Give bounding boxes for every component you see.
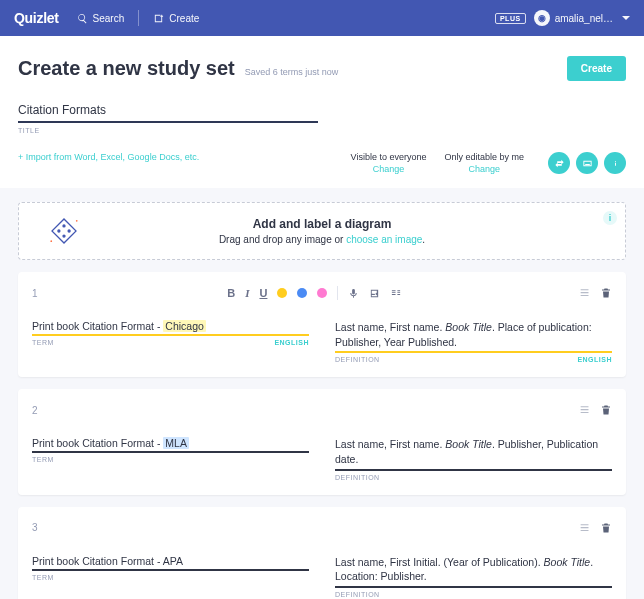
create-nav[interactable]: Create — [153, 13, 199, 24]
color-yellow[interactable] — [277, 288, 287, 298]
color-pink[interactable] — [317, 288, 327, 298]
term-highlight: APA — [163, 555, 183, 567]
brand-logo[interactable]: Quizlet — [14, 10, 59, 26]
image-icon[interactable] — [369, 288, 380, 299]
diagram-icon — [47, 214, 81, 248]
chevron-down-icon — [622, 16, 630, 24]
trash-icon[interactable] — [600, 287, 612, 299]
svg-point-6 — [76, 220, 78, 222]
search-nav[interactable]: Search — [77, 13, 125, 24]
term-card: 1 B I U ≡ Pr — [18, 272, 626, 377]
term-highlight: MLA — [163, 437, 189, 449]
swap-button[interactable] — [548, 152, 570, 174]
bold-button[interactable]: B — [227, 287, 235, 299]
page-header: Create a new study set Saved 6 terms jus… — [0, 36, 644, 188]
create-button[interactable]: Create — [567, 56, 626, 81]
keyboard-button[interactable] — [576, 152, 598, 174]
saved-status: Saved 6 terms just now — [245, 67, 339, 77]
italic-button[interactable]: I — [245, 287, 249, 299]
diagram-headline: Add and label a diagram — [219, 217, 425, 231]
plus-badge: PLUS — [495, 13, 526, 24]
color-blue[interactable] — [297, 288, 307, 298]
svg-rect-0 — [52, 219, 76, 243]
trash-icon[interactable] — [600, 522, 612, 534]
top-nav: Quizlet Search Create PLUS ◉ amalia_nel… — [0, 0, 644, 36]
drag-handle-icon[interactable]: ≡ — [580, 284, 590, 302]
term-input[interactable]: Print book Citation Format - MLA — [32, 435, 309, 453]
svg-point-4 — [63, 235, 65, 237]
definition-label: DEFINITION — [335, 474, 380, 481]
choose-image-link[interactable]: choose an image — [346, 234, 422, 245]
definition-label: DEFINITION — [335, 591, 380, 598]
term-label: TERM — [32, 574, 54, 581]
editable-setting: Only editable by me Change — [444, 152, 524, 174]
username: amalia_nel… — [555, 13, 613, 24]
term-label: TERM — [32, 339, 54, 346]
set-title-label: TITLE — [18, 127, 318, 134]
term-language[interactable]: ENGLISH — [274, 339, 309, 346]
diagram-subtext: Drag and drop any image or choose an ima… — [219, 234, 425, 245]
more-options-icon[interactable] — [390, 288, 402, 299]
svg-point-2 — [58, 230, 60, 232]
svg-point-1 — [63, 225, 65, 227]
card-number: 1 — [32, 288, 50, 299]
drag-handle-icon[interactable]: ≡ — [580, 401, 590, 419]
set-title-input[interactable] — [18, 99, 318, 123]
term-label: TERM — [32, 456, 54, 463]
definition-input[interactable]: Last name, First Initial. (Year of Publi… — [335, 553, 612, 588]
diagram-dropzone[interactable]: i Add and label a diagram Drag and drop … — [18, 202, 626, 260]
visibility-setting: Visible to everyone Change — [351, 152, 427, 174]
mic-icon[interactable] — [348, 288, 359, 299]
format-toolbar: B I U — [50, 286, 580, 300]
definition-label: DEFINITION — [335, 356, 380, 363]
page-title: Create a new study set — [18, 57, 235, 80]
definition-language[interactable]: ENGLISH — [577, 356, 612, 363]
svg-point-5 — [50, 240, 52, 242]
term-card: 2 ≡ Print book Citation Format - MLA TER… — [18, 389, 626, 494]
visibility-label: Visible to everyone — [351, 152, 427, 162]
visibility-change[interactable]: Change — [351, 164, 427, 174]
diagram-info-icon[interactable]: i — [603, 211, 617, 225]
card-number: 2 — [32, 405, 50, 416]
svg-point-3 — [68, 230, 70, 232]
editable-label: Only editable by me — [444, 152, 524, 162]
term-input[interactable]: Print book Citation Format - APA — [32, 553, 309, 571]
definition-input[interactable]: Last name, First name. Book Title. Publi… — [335, 435, 612, 470]
definition-input[interactable]: Last name, First name. Book Title. Place… — [335, 318, 612, 353]
user-menu[interactable]: ◉ amalia_nel… — [534, 10, 630, 26]
import-link[interactable]: + Import from Word, Excel, Google Docs, … — [18, 152, 199, 162]
drag-handle-icon[interactable]: ≡ — [580, 519, 590, 537]
trash-icon[interactable] — [600, 404, 612, 416]
term-input[interactable]: Print book Citation Format - Chicago — [32, 318, 309, 336]
term-highlight: Chicago — [163, 320, 206, 332]
term-card: 3 ≡ Print book Citation Format - APA TER… — [18, 507, 626, 599]
underline-button[interactable]: U — [259, 287, 267, 299]
search-icon — [77, 13, 88, 24]
editable-change[interactable]: Change — [444, 164, 524, 174]
avatar: ◉ — [534, 10, 550, 26]
info-button[interactable] — [604, 152, 626, 174]
create-icon — [153, 13, 164, 24]
card-number: 3 — [32, 522, 50, 533]
create-label: Create — [169, 13, 199, 24]
nav-separator — [138, 10, 139, 26]
search-label: Search — [93, 13, 125, 24]
